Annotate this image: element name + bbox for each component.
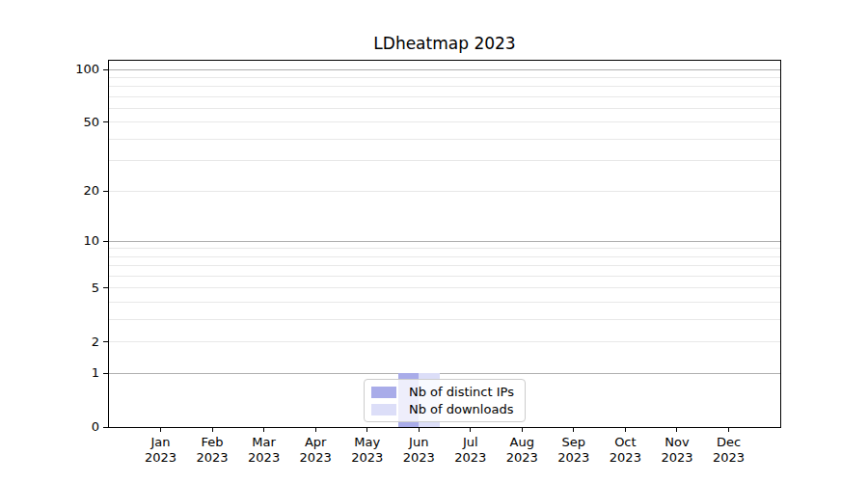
gridline-minor	[109, 121, 780, 122]
y-tick-mark	[103, 69, 108, 70]
x-tick-mark	[212, 427, 213, 432]
legend-swatch	[371, 404, 396, 415]
gridline-minor	[109, 86, 780, 87]
y-tick-label: 1	[57, 366, 99, 380]
y-tick-mark	[103, 241, 108, 242]
gridline-minor	[109, 139, 780, 140]
legend-swatch	[371, 387, 396, 398]
x-tick-mark	[728, 427, 729, 432]
y-tick-mark	[103, 287, 108, 288]
gridline-major	[109, 241, 780, 242]
y-tick-label: 10	[57, 234, 99, 248]
x-tick-mark	[573, 427, 574, 432]
gridline-minor	[109, 341, 780, 342]
gridline-minor	[109, 276, 780, 277]
gridline-minor	[109, 319, 780, 320]
gridline-minor	[109, 191, 780, 192]
y-tick-label: 5	[57, 281, 99, 295]
x-tick-mark	[625, 427, 626, 432]
chart-figure: LDheatmap 2023 0125102050100Jan 2023Feb …	[0, 0, 868, 482]
gridline-minor	[109, 256, 780, 257]
gridline-minor	[109, 160, 780, 161]
x-tick-mark	[470, 427, 471, 432]
legend-item: Nb of downloads	[371, 402, 516, 416]
y-tick-mark	[103, 191, 108, 192]
x-tick-mark	[315, 427, 316, 432]
y-tick-label: 50	[57, 116, 99, 129]
legend: Nb of distinct IPsNb of downloads	[364, 379, 526, 422]
y-tick-mark	[103, 373, 108, 374]
legend-label: Nb of distinct IPs	[409, 385, 514, 399]
gridline-minor	[109, 302, 780, 303]
x-tick-mark	[366, 427, 367, 432]
gridline-minor	[109, 248, 780, 249]
y-tick-mark	[103, 121, 108, 122]
y-tick-mark	[103, 341, 108, 342]
gridline-minor	[109, 77, 780, 78]
y-tick-label: 20	[57, 184, 99, 198]
x-tick-mark	[522, 427, 523, 432]
chart-title: LDheatmap 2023	[108, 34, 781, 53]
x-tick-label: Dec 2023	[697, 435, 759, 466]
gridline-minor	[109, 287, 780, 288]
x-tick-mark	[263, 427, 264, 432]
y-tick-mark	[103, 427, 108, 428]
plot-area	[108, 60, 781, 428]
x-tick-mark	[676, 427, 677, 432]
gridline-minor	[109, 96, 780, 97]
gridline-major	[109, 373, 780, 374]
x-tick-mark	[419, 427, 420, 432]
x-tick-mark	[160, 427, 161, 432]
y-tick-label: 2	[57, 335, 99, 349]
gridline-major	[109, 69, 780, 70]
gridline-minor	[109, 108, 780, 109]
legend-label: Nb of downloads	[409, 402, 513, 416]
gridline-minor	[109, 265, 780, 266]
y-tick-label: 100	[57, 63, 99, 76]
legend-item: Nb of distinct IPs	[371, 385, 516, 399]
y-tick-label: 0	[57, 420, 99, 434]
